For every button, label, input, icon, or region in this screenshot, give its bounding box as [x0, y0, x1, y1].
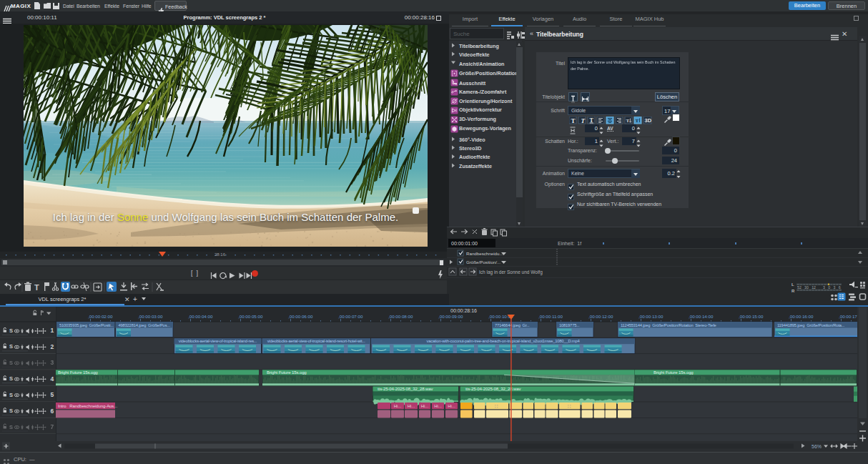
svg-text:L: L	[791, 282, 794, 287]
svg-text:Hi...: Hi...	[434, 404, 442, 408]
svg-text:360°-Video: 360°-Video	[459, 137, 485, 143]
svg-text:Größe/Position/Rotation: Größe/Position/Rotation	[459, 70, 518, 76]
svg-text:,00:00:07:00: ,00:00:07:00	[338, 314, 363, 319]
svg-text:,00:00:06:00: ,00:00:06:00	[288, 314, 313, 319]
svg-text:Audioeffekte: Audioeffekte	[459, 154, 490, 160]
svg-text:Titelbearbeitung: Titelbearbeitung	[459, 43, 499, 49]
svg-text:tts-25-04-2025-08_32_28.wav: tts-25-04-2025-08_32_28.wav	[465, 387, 521, 391]
svg-text:,00:00:12:00: ,00:00:12:00	[588, 314, 613, 319]
svg-text:S: S	[9, 343, 13, 350]
svg-text:77146644.jpeg Gr...: 77146644.jpeg Gr...	[495, 323, 530, 327]
svg-text:52 30 12 3 0 3: 52 30 12 3 0 3 6	[797, 285, 841, 290]
svg-text:,00:00:15:00: ,00:00:15:00	[739, 314, 764, 319]
svg-text:,00:00:14:00: ,00:00:14:00	[689, 314, 714, 319]
svg-text:S: S	[9, 327, 13, 334]
svg-text:Größe/Position/...: Größe/Position/...	[466, 260, 500, 265]
svg-text:T: T	[636, 118, 639, 124]
svg-text:S: S	[9, 408, 13, 414]
svg-text:7: 7	[51, 423, 54, 430]
svg-text:,00:00:02:00: ,00:00:02:00	[88, 314, 113, 319]
svg-text:Stereo3D: Stereo3D	[459, 145, 482, 152]
svg-text:Hi...: Hi...	[448, 404, 455, 408]
svg-text:T: T	[571, 117, 576, 124]
svg-text:R: R	[791, 289, 795, 293]
svg-text:,00:00:11:00: ,00:00:11:00	[538, 314, 563, 319]
svg-text:4: 4	[51, 375, 54, 382]
svg-text:S: S	[9, 392, 13, 398]
svg-text:videoblocks-aerial-view-of-tro: videoblocks-aerial-view-of-tropical-isla…	[179, 339, 257, 343]
svg-text:Bewegungs-Vorlagen: Bewegungs-Vorlagen	[459, 125, 511, 132]
svg-text:Objektivkorrektur: Objektivkorrektur	[459, 107, 502, 113]
svg-text:Bright Future 15s.ogg: Bright Future 15s.ogg	[654, 370, 694, 375]
svg-text:1: 1	[51, 327, 54, 334]
svg-text:56%: 56%	[812, 444, 822, 449]
svg-text:Intro Randbeschneidung-Aus..: Intro Randbeschneidung-Aus...	[58, 404, 117, 408]
svg-text:Ausschnitt: Ausschnitt	[459, 80, 486, 87]
svg-text:Einheit: 1f: Einheit: 1f	[558, 241, 581, 246]
svg-text:Videoeffekte: Videoeffekte	[459, 51, 490, 58]
svg-text:00:00:01:00: 00:00:01:00	[451, 241, 478, 246]
svg-text:T: T	[626, 118, 630, 124]
svg-text:Zusatzeffekte: Zusatzeffekte	[459, 163, 492, 169]
svg-text:Hi...: Hi...	[421, 404, 429, 408]
svg-text:Hi...: Hi...	[394, 404, 402, 408]
svg-text:videoblocks-aerial-view-of-tro: videoblocks-aerial-view-of-tropical-isla…	[267, 339, 366, 343]
svg-text:Ansicht/Animation: Ansicht/Animation	[459, 61, 505, 67]
svg-text:vacation-with-coconut-palm-tre: vacation-with-coconut-palm-tree-and-beac…	[427, 339, 581, 343]
svg-text:,00:00:08:00: ,00:00:08:00	[388, 314, 413, 319]
svg-text:Ich lag in der Sonne und Wolfg: Ich lag in der Sonne und Wolfg	[479, 270, 543, 275]
svg-text:498322814.jpeg Größe/Pos...: 498322814.jpeg Größe/Pos...	[119, 323, 171, 327]
svg-text:3D-Verformung: 3D-Verformung	[459, 116, 496, 122]
svg-text:10819775...: 10819775...	[559, 323, 580, 327]
svg-text:S: S	[9, 375, 13, 382]
svg-text:Bright Future 15s.ogg: Bright Future 15s.ogg	[58, 370, 98, 375]
svg-text:Randbeschneidu...: Randbeschneidu...	[466, 251, 503, 256]
svg-text:2: 2	[51, 343, 54, 350]
svg-text:3D: 3D	[645, 117, 652, 124]
svg-text:T: T	[581, 117, 586, 124]
svg-text:Orientierung/Horizont: Orientierung/Horizont	[459, 98, 513, 104]
svg-text:Hi...: Hi...	[408, 404, 415, 408]
svg-text:00:00:28:16: 00:00:28:16	[450, 308, 477, 313]
svg-text:S: S	[9, 360, 13, 366]
svg-text:,00:00:04:00: ,00:00:04:00	[188, 314, 213, 319]
svg-text:119441895.jpeg Größe/Position: 119441895.jpeg Größe/Position/Rota...	[777, 323, 845, 327]
svg-text:tts-25-04-2025-08_32_28.wav: tts-25-04-2025-08_32_28.wav	[378, 387, 433, 391]
svg-text:T: T	[34, 283, 39, 292]
svg-text:5: 5	[51, 391, 54, 398]
svg-text:3: 3	[51, 359, 54, 366]
svg-text:,00:00:16:00: ,00:00:16:00	[789, 314, 814, 319]
svg-text:510035935.jpeg Größe/Positi..: 510035935.jpeg Größe/Positi...	[59, 323, 114, 327]
svg-text:S: S	[9, 424, 13, 430]
svg-text:6: 6	[51, 408, 54, 415]
svg-text:T: T	[590, 117, 594, 124]
svg-text:,00:00:03:00: ,00:00:03:00	[138, 314, 163, 319]
svg-text:Kamera-/Zoomfahrt: Kamera-/Zoomfahrt	[459, 89, 507, 95]
svg-text:1124553144.jpeg Größe/Positio: 1124553144.jpeg Größe/Position/Rotation …	[621, 323, 716, 327]
svg-text:,00:00:05:00: ,00:00:05:00	[238, 314, 263, 319]
svg-text:,00:00:09:00: ,00:00:09:00	[438, 314, 463, 319]
svg-text:,00:00:13:00: ,00:00:13:00	[638, 314, 664, 319]
svg-text:Bright Future 15s.ogg: Bright Future 15s.ogg	[267, 370, 307, 375]
